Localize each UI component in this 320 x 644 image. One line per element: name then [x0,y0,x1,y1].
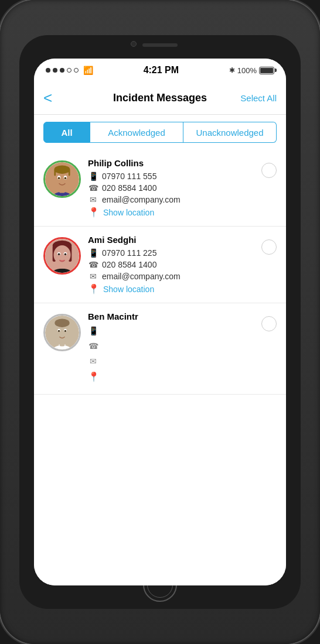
speaker-bar [142,43,178,47]
contact-info-ben: Ben Macintr 📱 ☎ ✉ 📍 [81,311,261,386]
svg-point-9 [58,177,60,179]
bluetooth-icon: ✱ [229,66,235,74]
select-circle-philip[interactable] [261,163,277,178]
phone-frame: 📶 4:21 PM ✱ 100% < Incident Messages Sel… [0,0,320,644]
back-button[interactable]: < [43,87,57,109]
wifi-icon: 📶 [83,66,93,75]
svg-rect-5 [54,170,56,176]
tab-acknowledged[interactable]: Acknowledged [90,122,183,143]
contact-location-philip[interactable]: 📍 Show location [88,207,261,218]
svg-point-10 [64,177,67,179]
signal-dot-4 [67,68,72,73]
ben-location-row: 📍 [88,371,261,382]
location-icon-ami: 📍 [88,283,100,294]
mobile-icon: 📱 [88,172,98,181]
camera-dot [131,41,137,47]
mobile-icon-ami: 📱 [88,248,98,258]
svg-point-31 [64,330,66,332]
page-title: Incident Messages [113,92,207,104]
contact-name-philip: Philip Collins [88,158,261,168]
battery-icon [259,67,274,74]
battery-percent: 100% [237,66,257,75]
contact-phone-ami: ☎ 020 8584 1400 [88,260,261,269]
screen: 📶 4:21 PM ✱ 100% < Incident Messages Sel… [34,59,286,585]
ben-mobile-row: 📱 [88,325,261,337]
avatar-ben [43,314,81,351]
filter-tabs: All Acknowledged Unacknowledged [34,115,286,150]
contact-list: Philip Collins 📱 07970 111 555 ☎ 020 858… [34,150,286,585]
svg-rect-25 [59,340,64,347]
location-icon-ben: 📍 [88,371,100,382]
contact-email-philip: ✉ email@company.com [88,195,261,204]
contact-location-ami[interactable]: 📍 Show location [88,283,261,294]
time-display: 4:21 PM [144,65,179,76]
phone-inner: 📶 4:21 PM ✱ 100% < Incident Messages Sel… [19,35,301,609]
phone-icon: ☎ [88,183,98,193]
ben-phone-row: ☎ [88,340,261,352]
contact-name-ben: Ben Macintr [88,311,261,321]
phone-icon-ben: ☎ [88,341,98,351]
contact-email-ami: ✉ email@company.com [88,272,261,281]
email-icon-ben: ✉ [88,357,98,366]
tab-unacknowledged[interactable]: Unacknowledged [183,122,277,143]
ben-email-row: ✉ [88,355,261,367]
select-circle-ben[interactable] [261,316,277,331]
signal-indicators: 📶 [46,66,93,75]
signal-dot-3 [60,68,64,73]
select-circle-ami[interactable] [261,239,277,255]
contact-name-ami: Ami Sedghi [88,235,261,245]
avatar-ami [43,237,81,275]
header: < Incident Messages Select All [34,82,286,115]
signal-dot-2 [53,68,57,73]
email-icon-ami: ✉ [88,272,98,281]
svg-point-21 [64,253,67,255]
contact-item-ben: Ben Macintr 📱 ☎ ✉ 📍 [34,303,286,395]
svg-rect-6 [69,170,70,176]
mobile-icon-ben: 📱 [88,326,98,335]
contact-mobile-philip: 📱 07970 111 555 [88,172,261,181]
svg-point-4 [54,165,70,174]
svg-point-20 [58,253,60,255]
contact-mobile-ami: 📱 07970 111 225 [88,248,261,258]
contact-item: Philip Collins 📱 07970 111 555 ☎ 020 858… [34,150,286,227]
battery-area: ✱ 100% [229,66,274,75]
location-icon: 📍 [88,207,100,218]
status-bar: 📶 4:21 PM ✱ 100% [34,59,286,82]
phone-icon-ami: ☎ [88,260,98,269]
tab-all[interactable]: All [43,122,90,143]
email-icon: ✉ [88,195,98,204]
signal-dot-5 [74,68,79,73]
contact-phone-philip: ☎ 020 8584 1400 [88,183,261,193]
svg-point-30 [58,330,60,332]
select-all-button[interactable]: Select All [240,93,277,103]
avatar-philip [43,160,81,198]
contact-info-philip: Philip Collins 📱 07970 111 555 ☎ 020 858… [81,158,261,218]
contact-info-ami: Ami Sedghi 📱 07970 111 225 ☎ 020 8584 14… [81,235,261,294]
svg-point-27 [55,318,69,327]
contact-item-ami: Ami Sedghi 📱 07970 111 225 ☎ 020 8584 14… [34,227,286,303]
signal-dot-1 [46,68,50,73]
